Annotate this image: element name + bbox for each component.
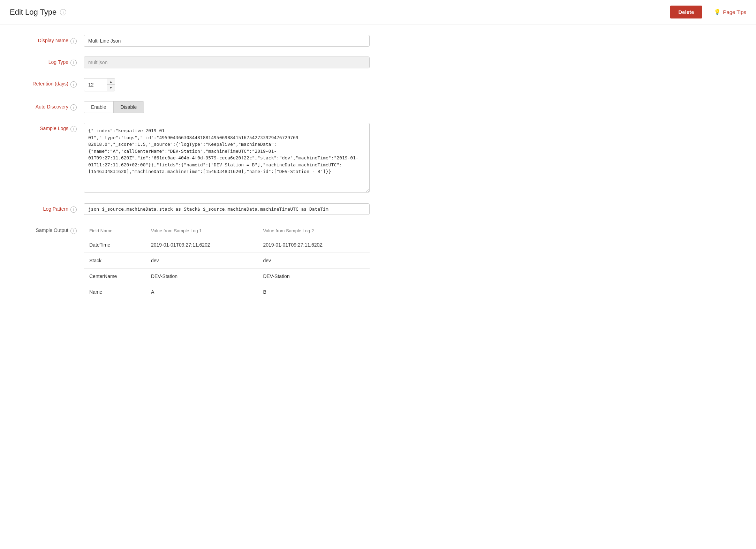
delete-button[interactable]: Delete: [670, 6, 702, 18]
sample-logs-control: {"_index":"keepalive-2019-01-01","_type"…: [84, 123, 370, 194]
log-pattern-input[interactable]: [84, 203, 370, 215]
page-tips-label: Page Tips: [723, 9, 746, 15]
log-type-label: Log Type i: [14, 57, 84, 66]
sample-output-table: Field Name Value from Sample Log 1 Value…: [84, 225, 370, 300]
retention-info-icon[interactable]: i: [70, 81, 77, 88]
auto-discovery-disable-button[interactable]: Disable: [114, 101, 144, 113]
auto-discovery-enable-button[interactable]: Enable: [84, 101, 114, 113]
sample-logs-label: Sample Logs i: [14, 123, 84, 132]
lightbulb-icon: 💡: [714, 9, 721, 15]
table-row: DateTime2019-01-01T09:27:11.620Z2019-01-…: [84, 237, 370, 253]
display-name-row: Display Name i: [14, 35, 370, 47]
main-content: Display Name i Log Type i Retention (day…: [0, 24, 384, 320]
table-header-row: Field Name Value from Sample Log 1 Value…: [84, 225, 370, 237]
col-val1: Value from Sample Log 1: [145, 225, 258, 237]
table-row: CenterNameDEV-StationDEV-Station: [84, 269, 370, 284]
sample-output-label: Sample Output i: [14, 225, 84, 234]
log-pattern-info-icon[interactable]: i: [70, 206, 77, 213]
retention-value: 12: [84, 79, 107, 90]
auto-discovery-row: Auto Discovery i Enable Disable: [14, 101, 370, 113]
sample-logs-row: Sample Logs i {"_index":"keepalive-2019-…: [14, 123, 370, 194]
auto-discovery-control: Enable Disable: [84, 101, 370, 113]
auto-discovery-label: Auto Discovery i: [14, 101, 84, 111]
header-left: Edit Log Type i: [10, 8, 66, 17]
log-pattern-row: Log Pattern i: [14, 203, 370, 215]
retention-control: 12 ▲ ▼: [84, 78, 370, 91]
display-name-input[interactable]: [84, 35, 370, 47]
display-name-label: Display Name i: [14, 35, 84, 44]
retention-down-button[interactable]: ▼: [107, 85, 115, 91]
retention-spinner: ▲ ▼: [107, 78, 115, 91]
retention-row: Retention (days) i 12 ▲ ▼: [14, 78, 370, 91]
table-row: NameAB: [84, 284, 370, 300]
sample-output-info-icon[interactable]: i: [70, 228, 77, 234]
log-type-row: Log Type i: [14, 57, 370, 68]
log-type-input: [84, 57, 370, 68]
page-title: Edit Log Type: [10, 8, 56, 17]
header-right: Delete 💡 Page Tips: [670, 6, 746, 18]
retention-label: Retention (days) i: [14, 78, 84, 88]
sample-output-row: Sample Output i Field Name Value from Sa…: [14, 225, 370, 300]
log-type-control: [84, 57, 370, 68]
retention-up-button[interactable]: ▲: [107, 78, 115, 85]
auto-discovery-info-icon[interactable]: i: [70, 104, 77, 111]
page-tips-button[interactable]: 💡 Page Tips: [714, 9, 746, 15]
sample-output-table-wrap: Field Name Value from Sample Log 1 Value…: [84, 225, 370, 300]
header-divider: [708, 7, 708, 18]
retention-spinner-group: 12 ▲ ▼: [84, 78, 115, 91]
display-name-control: [84, 35, 370, 47]
log-type-info-icon[interactable]: i: [70, 60, 77, 66]
page-header: Edit Log Type i Delete 💡 Page Tips: [0, 0, 756, 24]
col-val2: Value from Sample Log 2: [257, 225, 370, 237]
auto-discovery-toggle: Enable Disable: [84, 101, 144, 113]
header-info-icon[interactable]: i: [60, 9, 66, 15]
col-field-name: Field Name: [84, 225, 145, 237]
sample-logs-textarea[interactable]: {"_index":"keepalive-2019-01-01","_type"…: [84, 123, 370, 193]
display-name-info-icon[interactable]: i: [70, 38, 77, 44]
log-pattern-control: [84, 203, 370, 215]
sample-logs-info-icon[interactable]: i: [70, 126, 77, 132]
log-pattern-label: Log Pattern i: [14, 203, 84, 213]
table-row: Stackdevdev: [84, 253, 370, 269]
